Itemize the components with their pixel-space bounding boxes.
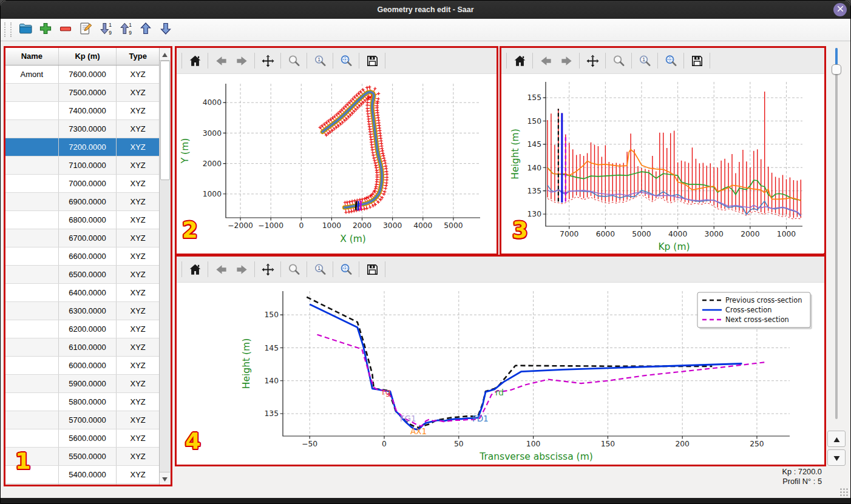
save-button[interactable] [690,53,704,68]
zoom-one-button[interactable]: 1 [637,53,652,68]
zoom-region-button[interactable] [663,53,678,68]
cell-kp: 6100.0000 [59,338,117,356]
sort-ascending-button[interactable]: 19 [118,21,133,36]
cell-type: XYZ [117,138,159,156]
sort-descending-button[interactable]: 19 [98,21,113,36]
profile-position-slider[interactable] [832,48,841,419]
scroll-down-button[interactable] [160,472,170,485]
table-row[interactable]: 6000.0000XYZ [5,357,159,375]
zoom-one-icon: 1 [638,54,652,68]
move-down-button[interactable] [158,21,173,36]
scroll-up-button[interactable] [160,48,170,61]
resize-grip[interactable] [839,488,849,497]
table-row[interactable]: 6700.0000XYZ [5,229,159,247]
back-button[interactable] [214,262,228,277]
cell-type: XYZ [117,211,159,229]
add-profile-icon [38,21,53,36]
svg-text:Height (m): Height (m) [510,129,521,179]
table-row[interactable]: 6100.0000XYZ [5,338,159,357]
home-icon [188,263,202,277]
table-row[interactable]: 5600.0000XYZ [5,429,159,448]
save-button[interactable] [365,262,379,277]
table-row[interactable]: 7000.0000XYZ [5,175,159,193]
triangle-down-icon [162,473,168,484]
table-row[interactable]: Amont7600.0000XYZ [5,66,159,84]
cell-kp: 6200.0000 [59,320,117,338]
panel-badge-3: 3 [512,217,528,243]
svg-text:155: 155 [527,93,541,102]
cell-type: XYZ [117,338,159,356]
table-row[interactable]: 5800.0000XYZ [5,393,159,411]
close-button[interactable] [833,3,847,16]
pan-button[interactable] [260,53,275,68]
profile-plot-toolbar: 1 [501,48,824,74]
move-up-button[interactable] [138,21,153,36]
cell-name [5,375,59,392]
pan-button[interactable] [260,262,275,277]
forward-button[interactable] [559,53,574,68]
long-profile-chart[interactable]: 7000600050004000300020001000130135140145… [501,74,824,254]
slider-handle[interactable] [832,64,841,75]
pan-icon [586,54,600,68]
table-row[interactable]: 6200.0000XYZ [5,320,159,338]
home-button[interactable] [188,262,202,277]
status-profil: Profil N° : 5 [782,477,822,486]
home-button[interactable] [188,53,202,68]
remove-profile-button[interactable] [58,21,73,36]
table-row[interactable]: 7500.0000XYZ [5,84,159,102]
forward-button[interactable] [234,262,249,277]
add-profile-button[interactable] [38,21,53,36]
table-row[interactable]: 7200.0000XYZ [5,138,159,156]
table-row[interactable]: 7300.0000XYZ [5,120,159,138]
zoom-button[interactable] [611,53,626,68]
table-scrollbar[interactable] [159,48,171,485]
plan-view-chart[interactable]: −2000−1000010002000300040005000100020003… [177,74,497,254]
open-folder-button[interactable] [18,21,33,36]
back-button[interactable] [538,53,553,68]
table-row[interactable]: 6600.0000XYZ [5,247,159,266]
header-type[interactable]: Type [117,48,159,65]
svg-text:rd: rd [495,388,504,397]
toolbar-separator [683,53,684,69]
zoom-button[interactable] [286,262,301,277]
toolbar-drag-handle[interactable] [4,22,12,37]
cell-type: XYZ [117,247,159,265]
table-row[interactable]: 6400.0000XYZ [5,284,159,302]
svg-text:Y (m): Y (m) [180,138,191,164]
table-row[interactable]: 5300.0000XYZ [5,484,159,485]
header-kp[interactable]: Kp (m) [59,48,117,65]
cross-section-chart[interactable]: −50050100150200250135140145150Transverse… [177,283,824,465]
edit-profile-button[interactable] [78,21,93,36]
home-button[interactable] [512,53,527,68]
table-row[interactable]: 7100.0000XYZ [5,156,159,175]
next-profile-button[interactable] [827,449,846,466]
svg-text:0: 0 [299,221,303,230]
zoom-one-button[interactable]: 1 [313,53,327,68]
table-row[interactable]: 6800.0000XYZ [5,211,159,229]
back-button[interactable] [214,53,228,68]
zoom-button[interactable] [286,53,301,68]
table-row[interactable]: 5700.0000XYZ [5,411,159,429]
cell-name [5,193,59,210]
header-name[interactable]: Name [5,48,59,65]
svg-text:3000: 3000 [383,221,402,230]
table-row[interactable]: 6500.0000XYZ [5,266,159,284]
zoom-one-button[interactable]: 1 [313,262,327,277]
title-bar[interactable]: Geometry reach edit - Saar [1,1,850,19]
scrollbar-thumb[interactable] [160,61,170,180]
table-row[interactable]: 6900.0000XYZ [5,193,159,211]
zoom-region-button[interactable] [339,53,353,68]
save-button[interactable] [365,53,379,68]
cell-type: XYZ [117,266,159,283]
table-row[interactable]: 5900.0000XYZ [5,375,159,393]
table-row[interactable]: 7400.0000XYZ [5,102,159,120]
save-icon [690,54,704,68]
svg-text:3000: 3000 [203,129,222,138]
slider-track[interactable] [835,48,838,419]
forward-button[interactable] [234,53,249,68]
previous-profile-button[interactable] [827,431,846,447]
zoom-region-button[interactable] [339,262,353,277]
pan-button[interactable] [585,53,600,68]
zoom-region-icon [339,263,353,277]
table-row[interactable]: 6300.0000XYZ [5,302,159,320]
